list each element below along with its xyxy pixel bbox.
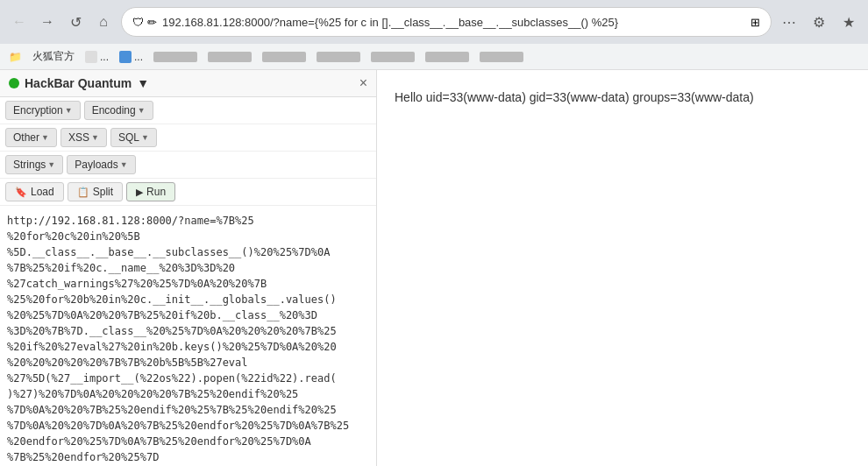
security-icons: 🛡 ✏ (132, 16, 157, 29)
encoding-dropdown[interactable]: Encoding ▼ (84, 101, 153, 120)
hackbar-close-button[interactable]: × (359, 75, 367, 91)
bookmark-7[interactable] (317, 52, 360, 62)
xss-dropdown[interactable]: XSS ▼ (60, 128, 107, 147)
reload-button[interactable]: ↺ (63, 10, 88, 34)
hackbar-textarea[interactable]: http://192.168.81.128:8000/?name=%7B%25 … (0, 206, 376, 466)
run-button[interactable]: ▶ Run (126, 182, 175, 201)
run-label: Run (146, 186, 166, 198)
strings-arrow: ▼ (47, 160, 55, 169)
split-icon: 📋 (77, 187, 89, 198)
hackbar-status-dot (9, 78, 19, 88)
bookmark-8[interactable] (371, 52, 415, 62)
home-button[interactable]: ⌂ (91, 10, 116, 34)
bookmark-6[interactable] (262, 52, 306, 62)
hackbar-title-text: HackBar Quantum (25, 76, 132, 90)
other-dropdown[interactable]: Other ▼ (5, 128, 57, 147)
payloads-arrow: ▼ (120, 160, 128, 169)
sql-dropdown[interactable]: SQL ▼ (110, 128, 157, 147)
hackbar-header: HackBar Quantum ▼ × (0, 70, 376, 97)
result-text: Hello uid=33(www-data) gid=33(www-data) … (395, 88, 850, 107)
strings-dropdown[interactable]: Strings ▼ (5, 155, 63, 174)
encryption-dropdown[interactable]: Encryption ▼ (5, 101, 81, 120)
url-display: 192.168.81.128:8000/?name={%25 for c in … (162, 16, 745, 29)
toolbar-row-2: Other ▼ XSS ▼ SQL ▼ (0, 124, 376, 152)
bookmark-4[interactable] (153, 52, 197, 62)
address-bar[interactable]: 🛡 ✏ 192.168.81.128:8000/?name={%25 for c… (121, 7, 772, 37)
run-icon: ▶ (136, 187, 143, 198)
encoding-label: Encoding (92, 104, 136, 116)
toolbar-row-3: Strings ▼ Payloads ▼ (0, 152, 376, 179)
other-label: Other (13, 131, 39, 144)
hackbar-dropdown-arrow: ▼ (137, 76, 149, 90)
payloads-label: Payloads (75, 159, 117, 171)
edit-icon: ✏ (147, 16, 157, 29)
bookmark-folder-icon: 📁 (9, 51, 22, 63)
toolbar-row-1: Encryption ▼ Encoding ▼ (0, 97, 376, 124)
payloads-dropdown[interactable]: Payloads ▼ (67, 155, 135, 174)
strings-label: Strings (13, 159, 46, 171)
encryption-arrow: ▼ (65, 106, 73, 115)
qr-icon: ⊞ (751, 16, 760, 29)
load-label: Load (31, 186, 54, 198)
toolbar-row-actions: 🔖 Load 📋 Split ▶ Run (0, 179, 376, 206)
browser-chrome: ← → ↺ ⌂ 🛡 ✏ 192.168.81.128:8000/?name={%… (0, 0, 868, 44)
forward-button[interactable]: → (35, 10, 60, 34)
nav-buttons: ← → ↺ ⌂ (7, 10, 116, 34)
sql-label: SQL (118, 131, 139, 144)
back-button[interactable]: ← (7, 10, 32, 34)
split-button[interactable]: 📋 Split (68, 182, 123, 201)
browser-actions: ⋯ ⚙ ★ (777, 10, 861, 34)
shield-icon: 🛡 (132, 16, 144, 29)
bookmark-button[interactable]: ★ (836, 10, 861, 34)
xss-label: XSS (68, 131, 89, 144)
hackbar-panel: HackBar Quantum ▼ × Encryption ▼ Encodin… (0, 70, 377, 466)
main-content: HackBar Quantum ▼ × Encryption ▼ Encodin… (0, 70, 868, 466)
bookmarks-bar: 📁 火狐官方 ... ... (0, 44, 868, 70)
extensions-button[interactable]: ⋯ (777, 10, 801, 34)
settings-button[interactable]: ⚙ (807, 10, 831, 34)
bookmark-huhu[interactable]: 火狐官方 (32, 49, 75, 64)
sql-arrow: ▼ (141, 133, 149, 142)
other-arrow: ▼ (41, 133, 49, 142)
hackbar-title: HackBar Quantum ▼ (9, 76, 149, 90)
bookmark-3[interactable]: ... (119, 51, 143, 63)
bookmark-9[interactable] (425, 52, 469, 62)
bookmark-2[interactable]: ... (85, 51, 109, 63)
split-label: Split (93, 186, 113, 198)
encryption-label: Encryption (13, 104, 63, 116)
bookmark-10[interactable] (480, 52, 523, 62)
encoding-arrow: ▼ (138, 106, 146, 115)
right-panel: Hello uid=33(www-data) gid=33(www-data) … (377, 70, 868, 466)
xss-arrow: ▼ (91, 133, 99, 142)
bookmark-5[interactable] (208, 52, 252, 62)
load-icon: 🔖 (15, 187, 27, 198)
load-button[interactable]: 🔖 Load (5, 182, 64, 201)
